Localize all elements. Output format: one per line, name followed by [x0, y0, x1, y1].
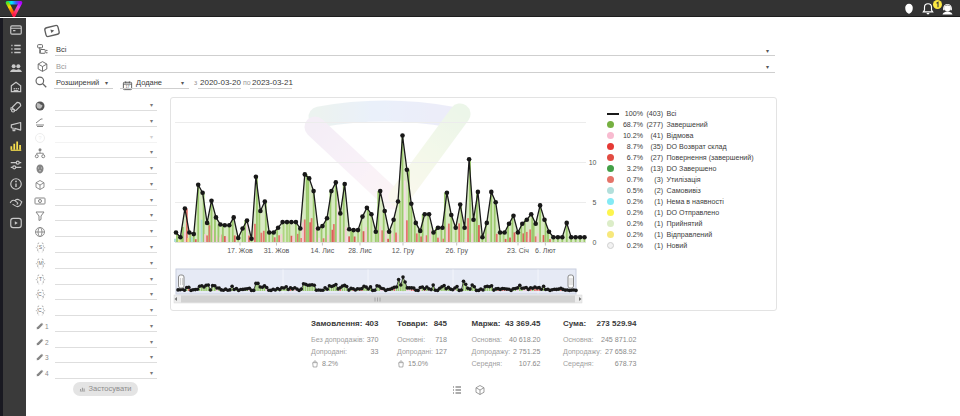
svg-text:?: ?	[38, 135, 41, 141]
svg-text:T: T	[39, 276, 42, 282]
svg-text:C1: C1	[38, 292, 44, 298]
svg-text:S: S	[39, 244, 43, 250]
svg-text:M: M	[38, 260, 42, 266]
svg-text:C2: C2	[38, 307, 44, 313]
